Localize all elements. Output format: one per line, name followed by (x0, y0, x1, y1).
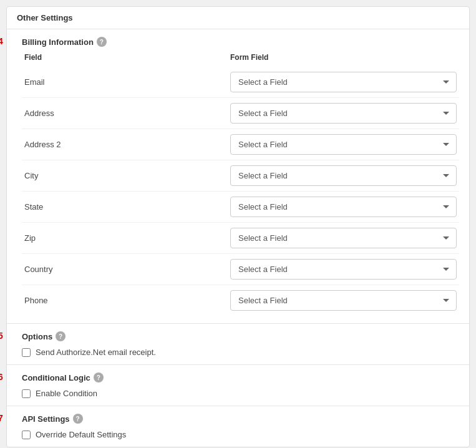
field-select-phone[interactable]: Select a Field (230, 290, 457, 311)
field-label-zip: Zip (24, 233, 230, 243)
options-checkbox-row: Send Authorize.Net email receipt. (22, 348, 459, 357)
field-select-wrapper-address2: Select a Field (230, 134, 457, 155)
conditional-logic-title: Conditional Logic ? (22, 373, 459, 382)
field-row-address2: Address 2 Select a Field (22, 129, 459, 160)
section-5-number: 5 (0, 331, 3, 340)
email-receipt-checkbox[interactable] (22, 348, 31, 357)
conditional-logic-checkbox-row: Enable Condition (22, 389, 459, 398)
card-header: Other Settings (7, 7, 469, 29)
field-label-country: Country (24, 265, 230, 274)
billing-section: 4 Billing Information ? Field Form Field… (7, 29, 469, 324)
api-settings-help-icon[interactable]: ? (73, 414, 83, 424)
field-select-wrapper-state: Select a Field (230, 197, 457, 217)
enable-condition-checkbox[interactable] (22, 389, 31, 398)
email-receipt-label: Send Authorize.Net email receipt. (36, 348, 156, 357)
col-form-field-header: Form Field (230, 53, 457, 62)
field-select-wrapper-email: Select a Field (230, 72, 457, 92)
override-default-checkbox[interactable] (22, 431, 31, 439)
billing-help-icon[interactable]: ? (97, 37, 107, 47)
field-row-address: Address Select a Field (22, 98, 459, 129)
field-select-wrapper-zip: Select a Field (230, 228, 457, 248)
options-section: 5 Options ? Send Authorize.Net email rec… (7, 324, 469, 365)
section-6-number: 6 (0, 373, 3, 381)
api-settings-checkbox-row: Override Default Settings (22, 430, 459, 439)
billing-section-title: Billing Information ? (22, 37, 459, 47)
enable-condition-label: Enable Condition (36, 389, 97, 398)
section-4-number: 4 (0, 37, 3, 46)
field-row-city: City Select a Field (22, 160, 459, 192)
override-default-label: Override Default Settings (36, 430, 126, 439)
field-select-wrapper-address: Select a Field (230, 103, 457, 124)
field-select-wrapper-phone: Select a Field (230, 290, 457, 311)
conditional-logic-help-icon[interactable]: ? (94, 373, 104, 382)
field-label-phone: Phone (24, 296, 230, 305)
options-help-icon[interactable]: ? (56, 331, 66, 341)
field-select-address[interactable]: Select a Field (230, 103, 457, 124)
col-field-header: Field (24, 53, 230, 62)
field-label-address2: Address 2 (24, 140, 230, 149)
field-row-zip: Zip Select a Field (22, 223, 459, 254)
field-label-address: Address (24, 109, 230, 118)
section-7-number: 7 (0, 414, 3, 422)
field-label-email: Email (24, 77, 230, 87)
field-label-state: State (24, 202, 230, 212)
field-select-wrapper-country: Select a Field (230, 259, 457, 280)
api-settings-title: API Settings ? (22, 414, 459, 424)
field-select-address2[interactable]: Select a Field (230, 134, 457, 155)
conditional-logic-section: 6 Conditional Logic ? Enable Condition (7, 365, 469, 406)
field-select-email[interactable]: Select a Field (230, 72, 457, 92)
page-wrapper: Other Settings 4 Billing Information ? F… (6, 6, 470, 448)
field-select-country[interactable]: Select a Field (230, 259, 457, 280)
field-select-wrapper-city: Select a Field (230, 165, 457, 186)
api-settings-section: 7 API Settings ? Override Default Settin… (7, 406, 469, 447)
field-row-phone: Phone Select a Field (22, 285, 459, 316)
field-select-state[interactable]: Select a Field (230, 197, 457, 217)
field-row-email: Email Select a Field (22, 67, 459, 98)
field-row-state: State Select a Field (22, 192, 459, 223)
main-card: Other Settings 4 Billing Information ? F… (6, 6, 470, 447)
card-title: Other Settings (17, 13, 73, 22)
col-headers: Field Form Field (22, 53, 459, 62)
field-row-country: Country Select a Field (22, 254, 459, 285)
options-section-title: Options ? (22, 331, 459, 341)
field-label-city: City (24, 171, 230, 180)
field-select-city[interactable]: Select a Field (230, 165, 457, 186)
field-select-zip[interactable]: Select a Field (230, 228, 457, 248)
